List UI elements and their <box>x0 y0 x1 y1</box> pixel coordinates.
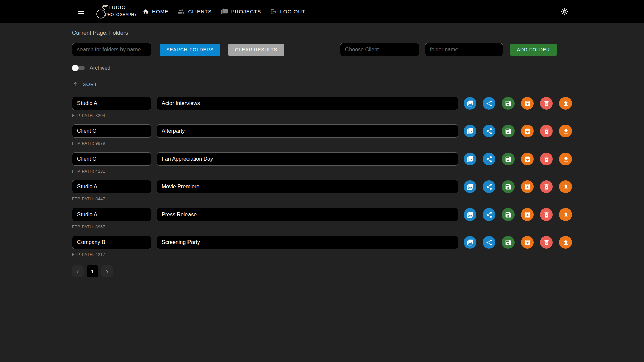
delete-forever-icon <box>543 183 550 190</box>
svg-text:TUDIO: TUDIO <box>108 4 126 10</box>
logout-icon <box>270 8 277 15</box>
ftp-path-label: FTP PATH: 8967 <box>72 225 572 229</box>
save-icon <box>505 100 512 107</box>
next-page-button[interactable]: › <box>101 265 113 277</box>
archive-button[interactable] <box>521 236 534 249</box>
previous-page-button[interactable]: ‹ <box>72 265 84 277</box>
upload-button[interactable] <box>559 236 572 249</box>
client-input[interactable] <box>72 97 151 110</box>
client-input[interactable] <box>72 124 151 138</box>
folder-actions <box>464 153 572 165</box>
client-input[interactable] <box>72 180 151 193</box>
nav-link-home[interactable]: HOME <box>138 5 173 18</box>
folder-name-input[interactable] <box>157 236 458 249</box>
share-button[interactable] <box>483 153 495 165</box>
archived-toggle[interactable] <box>72 65 85 71</box>
nav-link-label: HOME <box>152 9 168 14</box>
delete-forever-button[interactable] <box>540 208 553 221</box>
brand-logo[interactable]: LE TUDIO PHOTOGRAPHY <box>95 3 136 20</box>
save-icon <box>505 128 512 135</box>
archive-button[interactable] <box>521 153 534 165</box>
svg-text:PHOTOGRAPHY: PHOTOGRAPHY <box>105 12 136 17</box>
arrow-up-icon <box>73 81 79 87</box>
share-button[interactable] <box>483 236 495 249</box>
archive-icon <box>524 100 531 107</box>
add-folder-button[interactable]: ADD FOLDER <box>510 44 557 56</box>
archive-button[interactable] <box>521 208 534 221</box>
save-button[interactable] <box>502 180 515 193</box>
theme-brightness-button[interactable] <box>558 6 571 18</box>
nav-link-logout[interactable]: LOG OUT <box>266 5 310 18</box>
share-button[interactable] <box>483 125 495 137</box>
ftp-path-label: FTP PATH: 9879 <box>72 141 572 146</box>
search-folders-input[interactable] <box>72 43 151 56</box>
share-icon <box>486 128 493 135</box>
delete-forever-button[interactable] <box>540 153 553 165</box>
hamburger-menu-button[interactable] <box>75 6 87 18</box>
save-button[interactable] <box>502 208 515 221</box>
folder-copy-icon <box>221 8 228 15</box>
archive-button[interactable] <box>521 180 534 193</box>
folder-name-input[interactable] <box>157 180 458 193</box>
folder-row: FTP PATH: 8447 <box>72 180 572 201</box>
photo-library-button[interactable] <box>464 153 476 165</box>
upload-icon <box>562 239 569 246</box>
save-button[interactable] <box>502 236 515 249</box>
home-icon <box>143 8 149 15</box>
delete-forever-icon <box>543 156 550 163</box>
client-input[interactable] <box>72 236 151 249</box>
archive-button[interactable] <box>521 125 534 137</box>
save-button[interactable] <box>502 97 515 110</box>
archive-button[interactable] <box>521 97 534 110</box>
photo-library-button[interactable] <box>464 180 476 193</box>
delete-forever-button[interactable] <box>540 180 553 193</box>
upload-button[interactable] <box>559 208 572 221</box>
photo-library-icon <box>467 211 474 218</box>
save-icon <box>505 239 512 246</box>
new-folder-name-input[interactable] <box>425 43 503 56</box>
toggle-knob <box>72 65 79 71</box>
delete-forever-button[interactable] <box>540 236 553 249</box>
upload-button[interactable] <box>559 125 572 137</box>
clear-results-button[interactable]: CLEAR RESULTS <box>228 44 284 56</box>
client-input[interactable] <box>72 208 151 221</box>
photo-library-button[interactable] <box>464 208 476 221</box>
share-button[interactable] <box>483 208 495 221</box>
photo-library-button[interactable] <box>464 236 476 249</box>
nav-link-projects[interactable]: PROJECTS <box>216 5 266 18</box>
current-page-button[interactable]: 1 <box>87 265 98 277</box>
folder-name-input[interactable] <box>157 97 458 110</box>
folder-name-input[interactable] <box>157 208 458 221</box>
upload-button[interactable] <box>559 180 572 193</box>
upload-button[interactable] <box>559 97 572 110</box>
save-button[interactable] <box>502 125 515 137</box>
folder-name-input[interactable] <box>157 124 458 138</box>
archive-icon <box>524 239 531 246</box>
archive-icon <box>524 156 531 163</box>
folder-name-input[interactable] <box>157 152 458 166</box>
top-navbar: LE TUDIO PHOTOGRAPHY HOME CLIENTS <box>0 0 644 23</box>
ftp-path-label: FTP PATH: 8447 <box>72 197 572 201</box>
upload-icon <box>562 128 569 135</box>
archive-icon <box>524 211 531 218</box>
client-input[interactable] <box>72 152 151 166</box>
nav-link-clients[interactable]: CLIENTS <box>173 5 216 18</box>
share-button[interactable] <box>483 180 495 193</box>
delete-forever-button[interactable] <box>540 125 553 137</box>
search-folders-button[interactable]: SEARCH FOLDERS <box>160 44 220 56</box>
archived-filter-row: Archived <box>72 65 572 71</box>
photo-library-button[interactable] <box>464 97 476 110</box>
save-icon <box>505 211 512 218</box>
photo-library-button[interactable] <box>464 125 476 137</box>
share-button[interactable] <box>483 97 495 110</box>
nav-link-label: CLIENTS <box>188 9 212 14</box>
folder-row: FTP PATH: 9879 <box>72 124 572 146</box>
save-button[interactable] <box>502 153 515 165</box>
archived-label: Archived <box>90 65 110 71</box>
studio-photography-logo: LE TUDIO PHOTOGRAPHY <box>95 3 136 20</box>
nav-link-label: LOG OUT <box>280 9 305 14</box>
delete-forever-button[interactable] <box>540 97 553 110</box>
upload-button[interactable] <box>559 153 572 165</box>
choose-client-input[interactable] <box>340 43 419 56</box>
sort-button[interactable]: SORT <box>72 80 98 88</box>
